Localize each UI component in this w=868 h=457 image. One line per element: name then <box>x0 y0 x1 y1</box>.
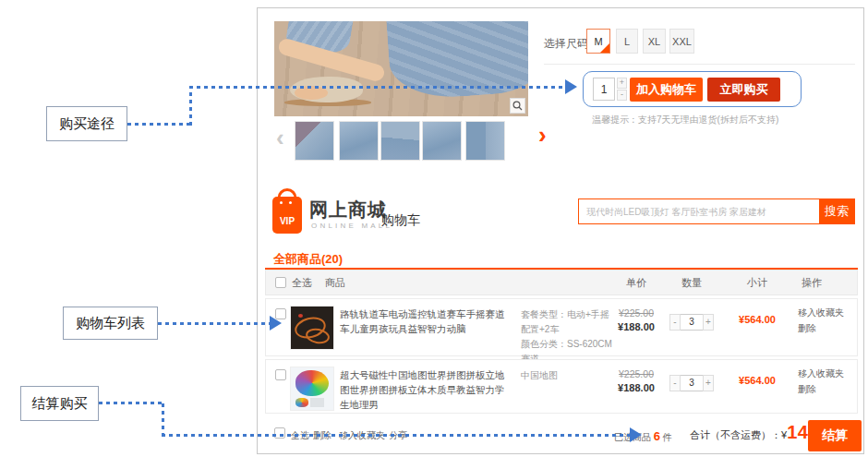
buy-area-highlight <box>583 71 802 107</box>
selected-count-info: 已选商品 6 件 <box>614 429 672 444</box>
search-input[interactable] <box>579 199 819 223</box>
size-option-xl[interactable]: XL <box>643 29 666 54</box>
connector-line <box>158 322 271 325</box>
map-shape <box>295 398 309 407</box>
total-label: 合计（不含运费）： <box>690 428 781 442</box>
connector-arrow-icon <box>565 79 577 94</box>
item-checkbox[interactable] <box>275 369 286 380</box>
header-quantity: 数量 <box>662 276 721 290</box>
stepper-plus-button[interactable]: + <box>703 314 714 331</box>
item-original-price: ¥225.00 <box>607 368 666 379</box>
size-option-m[interactable]: M <box>586 29 610 54</box>
item-current-price: ¥188.00 <box>607 321 666 332</box>
cart-item-row: 路轨轨道车电动遥控轨道赛车手摇赛道车儿童男孩玩具益智智力动脑 套餐类型：电动+手… <box>265 298 858 356</box>
mall-name-en: ONLINE MALL <box>311 222 392 230</box>
item-quantity-stepper: - 3 + <box>662 314 721 331</box>
move-to-favorites-link[interactable]: 移入收藏夹 <box>798 307 844 319</box>
connector-line <box>189 86 566 89</box>
search-button[interactable]: 搜索 <box>819 199 854 223</box>
gallery-next-icon[interactable]: › <box>538 121 547 150</box>
item-spec-line: 中国地图 <box>521 368 618 383</box>
item-title[interactable]: 超大号磁性中国地图世界拼图拼板立地图世界拼图拼板立体木质早教益智力学生地理男 <box>340 368 508 412</box>
header-action: 操作 <box>789 276 835 290</box>
item-spec: 套餐类型：电动+手摇配置+2车 颜色分类：SS-620CM赛道 <box>521 307 618 367</box>
page-title: 购物车 <box>381 212 420 229</box>
product-thumbnail[interactable] <box>465 121 505 161</box>
footer-select-all-checkbox[interactable] <box>274 427 285 439</box>
selected-count: 6 <box>654 429 660 443</box>
product-main-image <box>274 21 528 116</box>
move-to-favorites-link[interactable]: 移入收藏夹 <box>798 367 844 380</box>
header-subtotal: 小计 <box>729 276 785 290</box>
size-option-xxl[interactable]: XXL <box>669 29 694 54</box>
item-spec-line: 套餐类型：电动+手摇配置+2车 <box>521 307 618 337</box>
divider <box>544 64 855 65</box>
product-thumbnail[interactable] <box>295 121 334 161</box>
gallery-prev-icon[interactable]: ‹ <box>276 124 284 152</box>
mall-logo-badge: VIP <box>272 216 302 226</box>
stepper-value[interactable]: 3 <box>681 375 703 391</box>
annotation-checkout: 结算购买 <box>20 386 99 421</box>
connector-line <box>162 434 631 437</box>
checkout-button[interactable]: 结算 <box>808 420 862 451</box>
mall-name: 网上商城 <box>309 198 387 222</box>
connector-line <box>189 86 192 126</box>
stepper-minus-button[interactable]: - <box>669 314 681 331</box>
annotation-cart-list: 购物车列表 <box>63 307 158 340</box>
mall-logo-bag-icon: VIP <box>272 197 302 234</box>
tab-all-products[interactable]: 全部商品(20) <box>273 251 343 268</box>
denim-jeans-shape <box>386 21 528 101</box>
track-shape <box>298 314 303 318</box>
connector-arrow-icon <box>270 316 282 331</box>
product-page-panel: ‹ › 选择尺码： M L XL XXL + - 加入购物车 立即购买 温馨提示… <box>257 7 864 454</box>
item-subtotal: ¥564.00 <box>729 375 785 386</box>
header-unit-price: 单价 <box>607 276 666 290</box>
connector-arrow-icon <box>630 427 642 442</box>
item-title[interactable]: 路轨轨道车电动遥控轨道赛车手摇赛道车儿童男孩玩具益智智力动脑 <box>340 307 508 337</box>
product-thumbnail[interactable] <box>380 121 420 161</box>
connector-line <box>127 123 192 126</box>
return-policy-tip: 温馨提示：支持7天无理由退货(拆封后不支持) <box>592 114 778 126</box>
select-all-checkbox[interactable] <box>275 277 286 288</box>
stepper-value[interactable]: 3 <box>681 314 703 331</box>
track-shape <box>305 327 331 345</box>
item-image-race-track[interactable] <box>290 306 334 350</box>
delete-link[interactable]: 删除 <box>798 383 816 396</box>
cart-item-row: 超大号磁性中国地图世界拼图拼板立地图世界拼图拼板立体木质早教益智力学生地理男 中… <box>265 359 858 414</box>
search-bar: 搜索 <box>578 198 855 224</box>
annotation-checkout-label: 结算购买 <box>32 395 88 413</box>
header-select-all: 全选 <box>292 276 312 290</box>
annotation-purchase-path-label: 购买途径 <box>59 115 115 133</box>
stepper-minus-button[interactable]: - <box>669 375 681 391</box>
stepper-plus-button[interactable]: + <box>703 375 714 391</box>
map-shape <box>310 398 324 407</box>
selected-suffix: 件 <box>663 432 672 442</box>
map-shape <box>295 370 330 397</box>
size-option-l[interactable]: L <box>616 29 638 54</box>
item-subtotal: ¥564.00 <box>729 314 785 325</box>
annotation-purchase-path: 购买途径 <box>46 106 127 141</box>
product-thumbnail[interactable] <box>339 121 379 161</box>
item-image-china-map[interactable] <box>290 367 334 411</box>
item-current-price: ¥188.00 <box>607 382 666 393</box>
delete-link[interactable]: 删除 <box>798 322 816 335</box>
magnifier-icon[interactable] <box>510 98 525 114</box>
item-original-price: ¥225.00 <box>607 307 666 319</box>
item-spec: 中国地图 <box>521 368 618 383</box>
item-quantity-stepper: - 3 + <box>662 375 721 391</box>
cart-table-header: 全选 商品 单价 数量 小计 操作 <box>265 270 858 295</box>
cart-footer-bar: 全选 删除 移入收藏夹 分享 已选商品 6 件 合计（不含运费）： ¥ 1499… <box>265 415 858 451</box>
product-thumbnail[interactable] <box>422 121 462 161</box>
header-product: 商品 <box>325 276 345 290</box>
connector-line <box>162 402 164 437</box>
annotation-cart-list-label: 购物车列表 <box>76 315 145 332</box>
connector-line <box>99 402 163 404</box>
annotated-cart-mockup: 购买途径 购物车列表 结算购买 ‹ › <box>0 0 868 457</box>
